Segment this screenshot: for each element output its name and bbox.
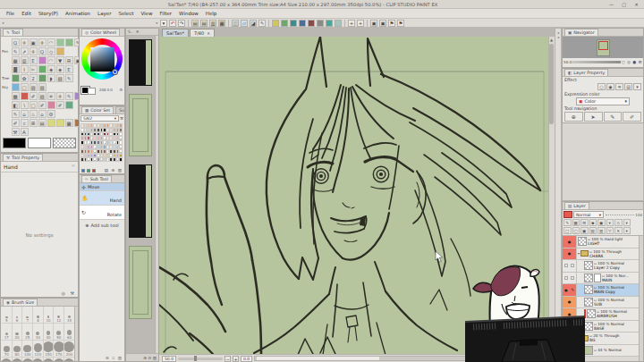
toolbar-icon[interactable]: ▣ bbox=[379, 20, 386, 27]
subview-close-icon[interactable]: ✕ bbox=[136, 29, 140, 34]
tool-icon[interactable]: ✂ bbox=[30, 65, 38, 73]
tab-close-icon[interactable]: ✕ bbox=[207, 31, 210, 36]
tool-icon[interactable]: ✳ bbox=[47, 92, 55, 100]
tool-icon[interactable] bbox=[56, 38, 64, 46]
tool-icon[interactable]: ◠ bbox=[47, 56, 55, 64]
toolbar-icon[interactable]: ▤ bbox=[191, 20, 199, 27]
sub-view-tab[interactable]: Sub View bbox=[115, 106, 124, 114]
color-set-select[interactable]: SAI2▾ bbox=[80, 115, 119, 122]
tool-icon[interactable]: ◇ bbox=[47, 47, 55, 55]
tool-icon[interactable] bbox=[47, 101, 55, 109]
tool-icon[interactable] bbox=[21, 92, 29, 100]
tool-icon[interactable] bbox=[38, 65, 47, 73]
tool-icon[interactable]: ⌂ bbox=[21, 110, 29, 118]
brush-size-12[interactable]: 12 bbox=[54, 307, 64, 324]
subview-footer-icons[interactable]: ⊕ ⊖ ▥ bbox=[126, 353, 158, 361]
layer-toolbar-icon[interactable]: ✎ bbox=[564, 219, 572, 226]
toolbar-icon[interactable]: ↶ bbox=[169, 20, 176, 27]
navigator-preview[interactable] bbox=[563, 37, 643, 58]
rotation-value[interactable]: 0.0 bbox=[241, 356, 252, 362]
tool-icon[interactable]: ✛ bbox=[56, 92, 64, 100]
toolbar-icon[interactable]: ⚑ bbox=[397, 20, 404, 27]
tool-icon[interactable]: ▦ bbox=[12, 56, 20, 64]
layer-toolbar-icon[interactable]: ▾ bbox=[606, 219, 614, 226]
toolbar-icon[interactable]: ▦ bbox=[218, 20, 225, 27]
toolbar-icon[interactable]: ▣ bbox=[370, 20, 377, 27]
tool-icon[interactable]: ✎ bbox=[12, 47, 20, 55]
toolbar-icon[interactable] bbox=[272, 20, 279, 27]
subtool-group-move[interactable]: ✛Move bbox=[80, 183, 124, 191]
tool-icon[interactable]: ⚙ bbox=[47, 110, 55, 118]
brush-size-5[interactable]: 5 bbox=[2, 307, 13, 324]
tool-navigation-button[interactable]: ✎ bbox=[604, 112, 623, 122]
brush-size-350[interactable]: 350 bbox=[22, 358, 33, 362]
tool-icon[interactable]: ▣ bbox=[30, 38, 38, 46]
maximize-button[interactable]: □ bbox=[618, 1, 630, 8]
layer-toolbar-icon[interactable]: ▤ bbox=[589, 227, 597, 234]
layer-panel-tab[interactable]: ▤Layer bbox=[564, 202, 589, 209]
layer-toolbar-icon[interactable]: ▣ bbox=[597, 219, 606, 226]
brush-size-scrollbar[interactable] bbox=[74, 307, 78, 361]
zoom-in-button[interactable]: + bbox=[233, 356, 239, 362]
tool-navigation-button[interactable]: ⊕ bbox=[564, 112, 583, 122]
sub-tool-footer-icons[interactable]: ⊕ ▫ ▥ bbox=[106, 356, 123, 360]
tool-icon[interactable] bbox=[12, 83, 20, 91]
transparent-color-swatch[interactable] bbox=[53, 138, 76, 148]
color-swatch[interactable] bbox=[119, 157, 123, 162]
toolbar-icon[interactable]: + bbox=[357, 20, 364, 27]
page-thumbnail-1[interactable] bbox=[129, 39, 152, 86]
tool-icon[interactable]: ✎ bbox=[12, 110, 20, 118]
tool-icon[interactable]: E bbox=[30, 56, 38, 64]
tool-icon[interactable] bbox=[65, 38, 73, 46]
brush-size-20[interactable]: 20 bbox=[13, 324, 23, 341]
minimize-button[interactable]: — bbox=[606, 1, 617, 8]
eye-icon[interactable]: ● bbox=[564, 288, 568, 292]
effect-icon[interactable]: ▤ bbox=[624, 83, 632, 90]
layer-row[interactable]: ▫ 100 % Nor...MAIN bbox=[563, 273, 643, 285]
tool-icon[interactable] bbox=[65, 101, 73, 109]
canvas-horizontal-scrollbar[interactable] bbox=[254, 356, 527, 361]
color-set-footer-icons[interactable]: ▤ ⊕ ▥ bbox=[105, 168, 123, 173]
layer-row[interactable]: ▫ 44 % Normal bbox=[563, 345, 643, 358]
toolbar-icon[interactable]: + bbox=[348, 20, 355, 27]
tool-icon[interactable]: ✛ bbox=[38, 38, 47, 46]
toolbar-icon[interactable] bbox=[335, 20, 342, 27]
tool-navigation-button[interactable]: ✐ bbox=[623, 112, 641, 122]
tool-property-footer-icons[interactable]: ◎ ⚒ bbox=[62, 290, 76, 296]
brush-size-300[interactable]: 300 bbox=[13, 358, 23, 362]
eye-icon[interactable]: ● bbox=[568, 299, 572, 304]
tool-icon[interactable]: ◧ bbox=[12, 101, 20, 109]
eye-icon[interactable]: ● bbox=[568, 336, 572, 341]
brush-size-50[interactable]: 50 bbox=[54, 324, 64, 341]
toolbar-icon[interactable]: ◪ bbox=[250, 20, 257, 27]
brush-size-70[interactable]: 70 bbox=[2, 341, 13, 358]
tool-icon[interactable]: ✐ bbox=[56, 101, 64, 109]
brush-size-80[interactable]: 80 bbox=[13, 341, 23, 358]
layer-toolbar-icon[interactable]: ▦ bbox=[572, 219, 580, 226]
gear-icon[interactable]: ⚙ bbox=[119, 88, 123, 92]
toolbar-icon[interactable] bbox=[326, 20, 333, 27]
toolbar-icon[interactable] bbox=[317, 20, 324, 27]
subtool-item-rotate[interactable]: ↻Rotate bbox=[80, 206, 124, 220]
menu-layer[interactable]: Layer bbox=[97, 11, 111, 16]
brush-size-100[interactable]: 100 bbox=[22, 341, 33, 358]
page-thumbnail-3[interactable] bbox=[129, 164, 152, 238]
toolbar-icon[interactable]: ▱ bbox=[241, 20, 248, 27]
tool-icon[interactable]: ⌂ bbox=[38, 110, 47, 118]
expression-color-select[interactable]: ▣Color▾ bbox=[576, 97, 630, 105]
layer-property-tab[interactable]: ◧Layer Property bbox=[564, 69, 608, 76]
tool-icon[interactable]: ⊞ bbox=[30, 119, 38, 127]
tool-icon[interactable]: ▢ bbox=[30, 101, 38, 109]
tool-icon[interactable]: ⊞ bbox=[65, 56, 73, 64]
menu-select[interactable]: Select bbox=[118, 11, 133, 16]
tool-icon[interactable]: ▨ bbox=[38, 83, 47, 91]
tool-icon[interactable]: ✿ bbox=[21, 74, 29, 82]
canvas-vertical-scrollbar[interactable]: ▲ ▼ bbox=[548, 37, 555, 354]
tool-icon[interactable]: ▨ bbox=[30, 83, 38, 91]
close-button[interactable]: ✕ bbox=[631, 1, 642, 8]
tool-icon[interactable]: ▼ bbox=[56, 56, 64, 64]
brush-size-500[interactable]: 500 bbox=[44, 358, 55, 362]
tool-icon[interactable]: ▨ bbox=[56, 74, 64, 82]
blend-mode-select[interactable]: Normal▾ bbox=[573, 211, 604, 218]
layer-toolbar-icon[interactable]: ✕ bbox=[614, 227, 623, 234]
